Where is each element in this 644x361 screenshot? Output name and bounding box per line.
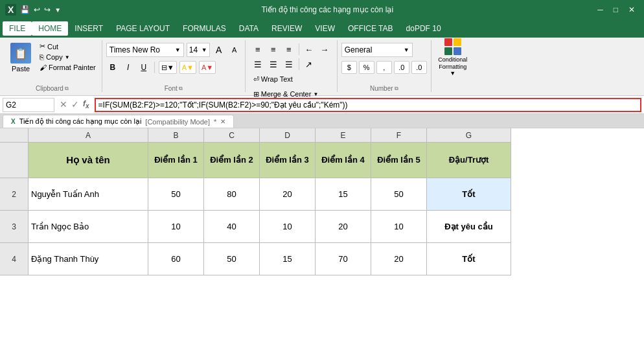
clipboard-expand-icon[interactable]: ⧉ xyxy=(65,86,69,92)
cancel-formula-icon[interactable]: ✕ xyxy=(60,99,67,110)
tab-close-button[interactable]: ✕ xyxy=(220,118,225,125)
menu-formulas[interactable]: FORMULAS xyxy=(176,21,233,36)
wrap-text-button[interactable]: ⏎ Wrap Text xyxy=(251,73,332,86)
indent-increase-button[interactable]: → xyxy=(317,43,332,56)
row-num-2[interactable]: 2 xyxy=(0,178,29,211)
decrease-font-button[interactable]: A xyxy=(228,43,241,56)
menu-review[interactable]: REVIEW xyxy=(265,21,308,36)
percent-button[interactable]: % xyxy=(359,61,374,74)
cell-b4[interactable]: 60 xyxy=(148,243,204,275)
align-center-button[interactable]: ☰ xyxy=(266,58,281,71)
col-header-f[interactable]: F xyxy=(371,128,427,143)
header-cell-b[interactable]: Điểm lần 1 xyxy=(148,143,204,178)
cell-a3[interactable]: Trần Ngọc Bảo xyxy=(29,211,148,243)
indent-decrease-button[interactable]: ← xyxy=(302,43,316,56)
cell-e2[interactable]: 15 xyxy=(316,178,371,211)
number-format-box[interactable]: General ▼ xyxy=(341,43,413,57)
border-button[interactable]: ⊟▼ xyxy=(159,61,177,74)
cell-a2[interactable]: Nguyễn Tuấn Anh xyxy=(29,178,148,211)
cell-d2[interactable]: 20 xyxy=(260,178,316,211)
header-cell-a[interactable]: Họ và tên xyxy=(29,143,148,178)
cell-a2-value: Nguyễn Tuấn Anh xyxy=(31,189,99,199)
cell-g2[interactable]: Tốt xyxy=(427,178,511,211)
formula-input[interactable]: =IF(SUM(B2:F2)>=120;"Tốt";IF(SUM(B2:F2)>… xyxy=(95,98,641,112)
cut-button[interactable]: ✂ Cut xyxy=(38,41,98,51)
font-color-button[interactable]: A▼ xyxy=(199,61,216,74)
menu-view[interactable]: VIEW xyxy=(308,21,341,36)
col-header-g[interactable]: G xyxy=(427,128,511,143)
close-button[interactable]: ✕ xyxy=(625,5,639,14)
menu-dopdf[interactable]: doPDF 10 xyxy=(400,21,448,36)
quick-access-save[interactable]: 💾 xyxy=(20,5,30,14)
decrease-decimal-button[interactable]: .0 xyxy=(411,61,427,74)
col-header-b[interactable]: B xyxy=(148,128,204,143)
cell-b2[interactable]: 50 xyxy=(148,178,204,211)
minimize-button[interactable]: ─ xyxy=(593,5,607,14)
increase-decimal-button[interactable]: .0 xyxy=(394,61,409,74)
underline-button[interactable]: U xyxy=(137,61,150,74)
font-expand-icon[interactable]: ⧉ xyxy=(179,86,183,92)
quick-access-redo[interactable]: ↪ xyxy=(44,5,51,14)
menu-data[interactable]: DATA xyxy=(233,21,265,36)
menu-file[interactable]: FILE xyxy=(3,21,32,36)
align-right-button[interactable]: ☰ xyxy=(282,58,296,71)
bold-button[interactable]: B xyxy=(106,61,119,74)
quick-access-undo[interactable]: ↩ xyxy=(34,5,40,14)
menu-insert[interactable]: INSERT xyxy=(68,21,109,36)
row-num-header[interactable] xyxy=(0,143,29,178)
col-header-e[interactable]: E xyxy=(316,128,371,143)
font-name-box[interactable]: Times New Ro ▼ xyxy=(106,43,184,57)
header-cell-d[interactable]: Điểm lần 3 xyxy=(260,143,316,178)
quick-access-more[interactable]: ▼ xyxy=(54,6,61,14)
cell-c4[interactable]: 50 xyxy=(204,243,260,275)
align-middle-button[interactable]: ≡ xyxy=(266,43,281,56)
header-cell-g[interactable]: Đậu/Trượt xyxy=(427,143,511,178)
header-cell-f[interactable]: Điểm lần 5 xyxy=(371,143,427,178)
col-header-a[interactable]: A xyxy=(29,128,148,143)
menu-bar: FILE HOME INSERT PAGE LAYOUT FORMULAS DA… xyxy=(0,19,644,38)
copy-button[interactable]: ⎘ Copy ▼ xyxy=(38,52,98,62)
increase-font-button[interactable]: A xyxy=(213,43,225,56)
col-header-c[interactable]: C xyxy=(204,128,260,143)
fill-color-button[interactable]: A▼ xyxy=(179,61,196,74)
cell-reference-box[interactable]: G2 xyxy=(3,98,54,112)
conditional-formatting-button[interactable]: ConditionalFormatting ▼ xyxy=(437,43,469,73)
cell-d4[interactable]: 15 xyxy=(260,243,316,275)
cell-e3[interactable]: 20 xyxy=(316,211,371,243)
cell-g4[interactable]: Tốt xyxy=(427,243,511,275)
row-num-3[interactable]: 3 xyxy=(0,211,29,243)
insert-function-icon[interactable]: fx xyxy=(83,99,89,110)
header-cell-e[interactable]: Điểm lần 4 xyxy=(316,143,371,178)
currency-button[interactable]: $ xyxy=(341,61,357,74)
cell-c2[interactable]: 80 xyxy=(204,178,260,211)
format-painter-button[interactable]: 🖌 Format Painter xyxy=(38,63,98,72)
confirm-formula-icon[interactable]: ✓ xyxy=(71,99,79,110)
menu-office-tab[interactable]: OFFICE TAB xyxy=(341,21,400,36)
align-bottom-button[interactable]: ≡ xyxy=(282,43,296,56)
cell-f2[interactable]: 50 xyxy=(371,178,427,211)
number-expand-icon[interactable]: ⧉ xyxy=(395,86,398,92)
header-cell-c[interactable]: Điểm lần 2 xyxy=(204,143,260,178)
menu-page-layout[interactable]: PAGE LAYOUT xyxy=(109,21,176,36)
cell-c3[interactable]: 40 xyxy=(204,211,260,243)
maximize-button[interactable]: □ xyxy=(610,5,622,14)
cell-b3[interactable]: 10 xyxy=(148,211,204,243)
col-header-d[interactable]: D xyxy=(260,128,316,143)
cell-e4[interactable]: 70 xyxy=(316,243,371,275)
menu-home[interactable]: HOME xyxy=(32,21,68,36)
cell-f3[interactable]: 10 xyxy=(371,211,427,243)
cell-a4[interactable]: Đặng Thanh Thùy xyxy=(29,243,148,275)
cell-d3[interactable]: 10 xyxy=(260,211,316,243)
row-num-4[interactable]: 4 xyxy=(0,243,29,275)
comma-button[interactable]: , xyxy=(376,61,392,74)
sheet-tab[interactable]: X Tiến độ thi công các hạng mục còn lại … xyxy=(3,115,234,128)
align-left-button[interactable]: ☰ xyxy=(251,58,265,71)
cell-f4[interactable]: 20 xyxy=(371,243,427,275)
number-label: Number ⧉ xyxy=(370,84,398,92)
paste-button[interactable]: 📋 Paste xyxy=(6,40,35,75)
text-direction-button[interactable]: ↗ xyxy=(302,58,316,71)
cell-g3[interactable]: Đạt yêu cầu xyxy=(427,211,511,243)
font-size-box[interactable]: 14 ▼ xyxy=(187,43,210,57)
italic-button[interactable]: I xyxy=(122,61,135,74)
align-top-button[interactable]: ≡ xyxy=(251,43,265,56)
